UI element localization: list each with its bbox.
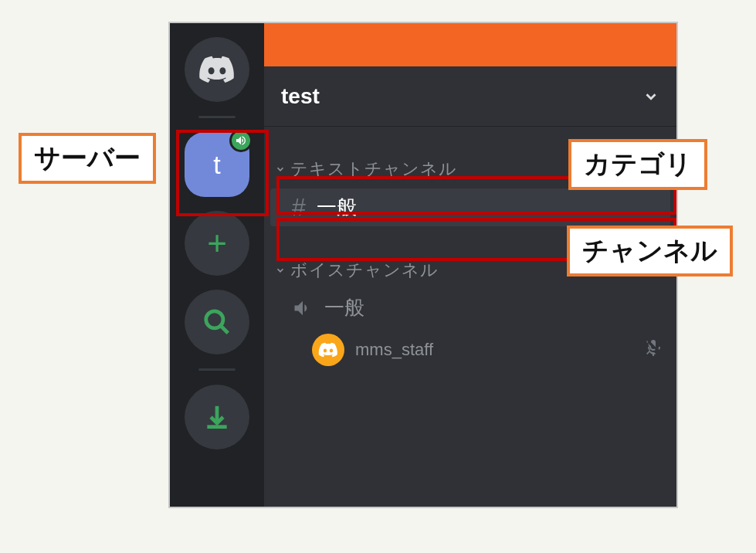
chevron-down-icon xyxy=(275,265,286,276)
discord-logo-icon xyxy=(198,55,236,84)
channel-name: 一般 xyxy=(317,194,642,221)
add-server-button[interactable]: + xyxy=(185,211,249,276)
avatar xyxy=(312,334,344,366)
server-name: test xyxy=(281,84,320,109)
chevron-down-icon xyxy=(275,164,286,175)
rail-separator xyxy=(198,368,236,371)
home-button[interactable] xyxy=(185,37,249,102)
text-channel-general[interactable]: # 一般 xyxy=(270,188,670,226)
download-apps-button[interactable] xyxy=(185,385,249,450)
discord-logo-icon xyxy=(318,342,338,358)
speaker-icon xyxy=(235,134,247,147)
callout-category: カテゴリ xyxy=(568,139,707,190)
rail-separator xyxy=(198,116,236,118)
orange-banner xyxy=(264,23,676,66)
svg-line-1 xyxy=(221,326,229,334)
search-icon xyxy=(202,307,232,337)
speaker-icon xyxy=(292,297,314,319)
explore-button[interactable] xyxy=(185,290,249,355)
chevron-down-icon xyxy=(642,88,659,105)
download-icon xyxy=(202,402,232,432)
voice-active-badge xyxy=(229,129,253,152)
voice-channel-general[interactable]: 一般 xyxy=(270,290,670,326)
server-initial: t xyxy=(213,150,220,180)
muted-icon[interactable] xyxy=(644,338,663,361)
voice-user-row[interactable]: mms_staff xyxy=(264,327,676,372)
hash-icon: # xyxy=(292,193,306,222)
voice-user-name: mms_staff xyxy=(355,340,633,360)
server-icon-test[interactable]: t xyxy=(185,132,249,197)
server-header[interactable]: test xyxy=(264,66,676,127)
callout-server: サーバー xyxy=(19,133,156,184)
channel-name: 一般 xyxy=(324,294,659,321)
svg-point-0 xyxy=(206,311,223,328)
server-rail: t + xyxy=(170,23,264,507)
callout-channel: チャンネル xyxy=(567,226,733,276)
